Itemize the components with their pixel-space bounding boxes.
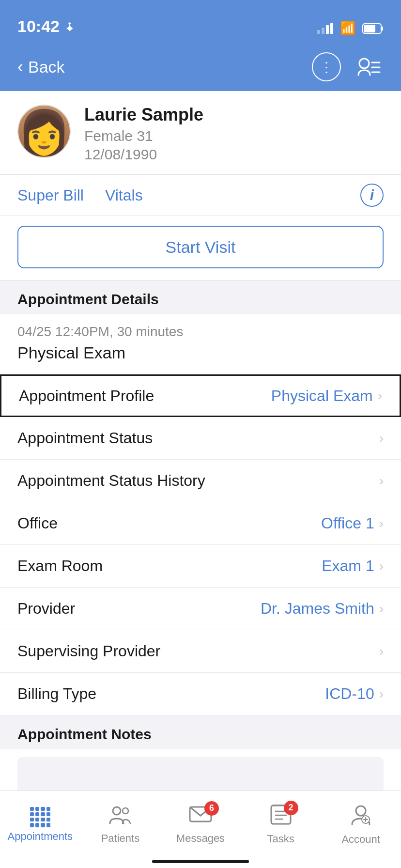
svg-point-14 [356, 806, 366, 816]
tab-patients-label: Patients [101, 832, 140, 845]
tab-account-label: Account [341, 833, 380, 846]
chevron-right-icon: › [379, 473, 384, 489]
ellipsis-icon: ⋮ [320, 59, 333, 75]
patient-info: Laurie Sample Female 31 12/08/1990 [84, 105, 384, 163]
chevron-right-icon: › [379, 601, 384, 617]
patient-dob: 12/08/1990 [84, 146, 384, 163]
messages-badge: 6 [204, 801, 219, 816]
back-chevron-icon: ‹ [17, 57, 23, 77]
tab-account[interactable]: Account [321, 791, 401, 852]
back-label: Back [28, 58, 65, 77]
appointment-details-header: Appointment Details [0, 280, 401, 314]
list-item-exam-room[interactable]: Exam Room Exam 1 › [0, 545, 401, 588]
action-links: Super Bill Vitals i [0, 175, 401, 216]
list-item-supervising-provider[interactable]: Supervising Provider › [0, 630, 401, 673]
appointment-type: Physical Exam [17, 343, 384, 362]
nav-bar: ‹ Back ⋮ [0, 43, 401, 91]
list-item-appointment-profile[interactable]: Appointment Profile Physical Exam › [0, 374, 401, 417]
chevron-right-icon: › [378, 388, 382, 403]
info-button[interactable]: i [360, 184, 384, 207]
appointment-details-title: Appointment Details [17, 291, 384, 308]
list-item-appointment-status[interactable]: Appointment Status › [0, 417, 401, 460]
avatar [17, 105, 71, 158]
chevron-right-icon: › [379, 686, 384, 702]
list-item-billing-type[interactable]: Billing Type ICD-10 › [0, 673, 401, 715]
tab-appointments-label: Appointments [8, 830, 73, 843]
patients-icon [108, 805, 132, 829]
chevron-right-icon: › [379, 516, 384, 531]
vitals-link[interactable]: Vitals [105, 186, 143, 204]
appointment-notes-header: Appointment Notes [0, 715, 401, 749]
start-visit-container: Start Visit [0, 216, 401, 280]
battery-icon [362, 23, 384, 34]
account-icon [350, 804, 371, 830]
patient-list-button[interactable] [355, 52, 384, 81]
back-button[interactable]: ‹ Back [17, 57, 65, 77]
patient-header: Laurie Sample Female 31 12/08/1990 [0, 91, 401, 175]
status-time: 10:42 [17, 17, 75, 36]
list-item-appointment-status-history[interactable]: Appointment Status History › [0, 460, 401, 502]
chevron-right-icon: › [379, 431, 384, 446]
tab-messages[interactable]: 6 Messages [160, 791, 241, 852]
patient-name: Laurie Sample [84, 105, 384, 125]
tasks-icon: 2 [270, 805, 292, 830]
appointment-details: 04/25 12:40PM, 30 minutes Physical Exam [0, 314, 401, 374]
tab-bar: Appointments Patients 6 Messages [0, 790, 401, 868]
patient-gender: Female 31 [84, 128, 384, 144]
chevron-right-icon: › [379, 558, 384, 574]
chevron-right-icon: › [379, 644, 384, 659]
tab-appointments[interactable]: Appointments [0, 791, 80, 852]
appointments-icon [30, 807, 50, 827]
wifi-icon: 📶 [340, 21, 355, 36]
more-menu-button[interactable]: ⋮ [312, 52, 341, 81]
tab-messages-label: Messages [176, 832, 225, 845]
list-item-provider[interactable]: Provider Dr. James Smith › [0, 588, 401, 630]
home-indicator [152, 860, 249, 863]
messages-icon: 6 [189, 805, 212, 829]
tasks-badge: 2 [284, 801, 298, 815]
appointment-list-section: Appointment Profile Physical Exam › Appo… [0, 374, 401, 715]
location-icon [64, 21, 75, 32]
appointment-notes-title: Appointment Notes [17, 726, 384, 743]
start-visit-button[interactable]: Start Visit [17, 226, 384, 268]
super-bill-link[interactable]: Super Bill [17, 186, 84, 204]
patient-list-icon [357, 58, 381, 76]
signal-bars [317, 23, 333, 34]
tab-tasks[interactable]: 2 Tasks [241, 791, 321, 852]
appointment-datetime: 04/25 12:40PM, 30 minutes [17, 324, 384, 340]
tab-tasks-label: Tasks [267, 833, 294, 845]
svg-rect-2 [382, 27, 383, 31]
tab-patients[interactable]: Patients [80, 791, 161, 852]
status-icons: 📶 [317, 21, 384, 36]
list-item-office[interactable]: Office Office 1 › [0, 502, 401, 545]
svg-rect-1 [364, 25, 375, 32]
nav-actions: ⋮ [312, 52, 384, 81]
svg-point-7 [113, 807, 121, 815]
svg-point-3 [359, 59, 369, 68]
status-bar: 10:42 📶 [0, 0, 401, 43]
svg-point-8 [123, 808, 128, 814]
